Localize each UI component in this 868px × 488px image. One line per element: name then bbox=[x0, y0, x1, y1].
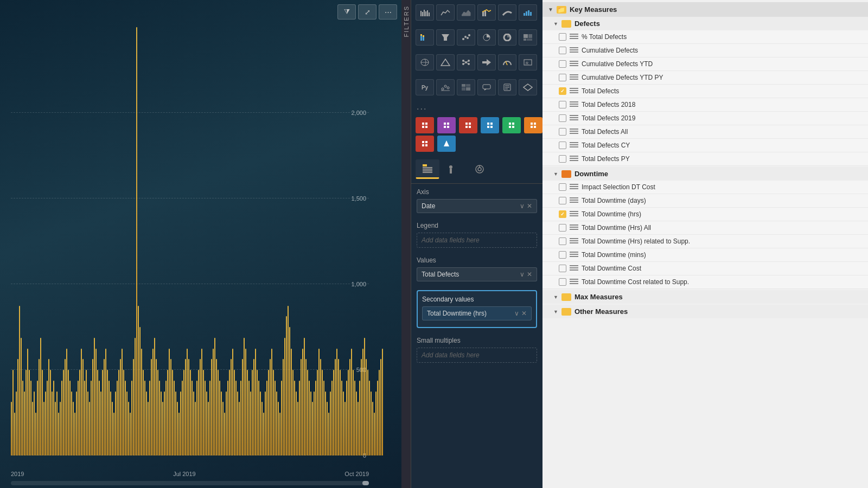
chart-icon-kpi[interactable] bbox=[436, 79, 455, 95]
bar-44 bbox=[82, 359, 84, 455]
max-measures-header[interactable]: ▼ Max Measures bbox=[542, 290, 868, 304]
defects-list-icon-8 bbox=[570, 142, 578, 149]
chart-icon-pie[interactable] bbox=[477, 29, 496, 46]
color-icon-1[interactable] bbox=[416, 117, 434, 133]
axis-close-icon[interactable]: ✕ bbox=[527, 202, 532, 210]
bar-105 bbox=[182, 381, 183, 455]
color-icon-5[interactable] bbox=[502, 117, 521, 133]
bar-0 bbox=[11, 402, 12, 455]
chart-icon-gauge[interactable] bbox=[498, 54, 516, 70]
viz-tab-fields[interactable] bbox=[416, 159, 439, 179]
chart-icon-speech[interactable] bbox=[477, 79, 496, 95]
chart-icon-ribbon[interactable] bbox=[498, 4, 516, 21]
chart-icon-combo[interactable] bbox=[477, 4, 496, 21]
bar-84 bbox=[148, 402, 149, 455]
defects-checkbox-1[interactable] bbox=[559, 47, 566, 54]
downtime-checkbox-4[interactable] bbox=[559, 237, 566, 245]
bar-96 bbox=[167, 370, 168, 455]
filter-button[interactable]: ⧩ bbox=[337, 4, 356, 20]
bar-137 bbox=[234, 370, 235, 455]
chart-icon-funnel[interactable] bbox=[436, 29, 455, 46]
defects-checkbox-9[interactable] bbox=[559, 155, 566, 163]
chart-icon-custom[interactable]: R bbox=[519, 54, 537, 70]
secondary-values-chip[interactable]: Total Downtime (hrs) ∨ ✕ bbox=[422, 306, 532, 320]
downtime-checkbox-0[interactable] bbox=[559, 183, 566, 191]
bar-50 bbox=[92, 359, 93, 455]
defects-checkbox-8[interactable] bbox=[559, 142, 566, 149]
small-multiples-placeholder[interactable]: Add data fields here bbox=[417, 348, 537, 363]
defects-item-name-2: Cumulative Defects YTD bbox=[582, 60, 863, 68]
more-button[interactable]: ⋯ bbox=[379, 4, 397, 20]
defects-item-name-0: % Total Defects bbox=[582, 33, 863, 41]
viz-tab-format[interactable] bbox=[442, 159, 465, 179]
svg-rect-61 bbox=[423, 171, 432, 173]
chart-icon-arrow[interactable] bbox=[477, 54, 496, 70]
chart-icon-waterfall[interactable] bbox=[519, 4, 537, 21]
chart-icon-scatter[interactable] bbox=[457, 29, 475, 46]
defects-checkbox-2[interactable] bbox=[559, 60, 566, 68]
defects-checkbox-3[interactable] bbox=[559, 74, 566, 81]
middle-inner: R Py ... bbox=[411, 0, 542, 367]
chart-icon-bar[interactable] bbox=[416, 4, 434, 21]
bar-176 bbox=[297, 402, 298, 455]
values-field-chip[interactable]: Total Defects ∨ ✕ bbox=[417, 267, 537, 281]
downtime-checkbox-5[interactable] bbox=[559, 251, 566, 259]
color-icon-6[interactable] bbox=[524, 117, 542, 133]
defects-checkbox-7[interactable] bbox=[559, 128, 566, 136]
color-icon-7[interactable] bbox=[416, 136, 434, 152]
bar-202 bbox=[340, 370, 341, 455]
secondary-values-label: Secondary values bbox=[422, 296, 532, 303]
downtime-checkbox-3[interactable] bbox=[559, 224, 566, 232]
chart-icon-map[interactable] bbox=[416, 54, 434, 70]
chart-icon-matrix[interactable] bbox=[457, 79, 475, 95]
downtime-checkbox-6[interactable] bbox=[559, 265, 566, 272]
downtime-header[interactable]: ▼ Downtime bbox=[542, 167, 868, 181]
secondary-chevron-icon[interactable]: ∨ bbox=[514, 310, 519, 317]
chart-icon-paginated[interactable] bbox=[498, 79, 516, 95]
secondary-close-icon[interactable]: ✕ bbox=[521, 310, 527, 317]
bar-171 bbox=[289, 327, 290, 455]
color-icon-3[interactable] bbox=[459, 117, 477, 133]
bar-185 bbox=[312, 402, 313, 455]
color-icon-8[interactable] bbox=[437, 136, 456, 152]
chart-icon-donut[interactable] bbox=[498, 29, 516, 46]
axis-field-chip[interactable]: Date ∨ ✕ bbox=[417, 199, 537, 213]
defects-checkbox-5[interactable] bbox=[559, 101, 566, 108]
svg-rect-47 bbox=[462, 84, 465, 87]
defects-checkbox-0[interactable] bbox=[559, 33, 566, 41]
values-close-icon[interactable]: ✕ bbox=[527, 271, 532, 278]
svg-point-63 bbox=[449, 165, 452, 169]
svg-rect-4 bbox=[427, 10, 428, 16]
chart-icon-line[interactable] bbox=[436, 4, 455, 21]
bar-7 bbox=[22, 381, 23, 455]
other-measures-header[interactable]: ▼ Other Measures bbox=[542, 305, 868, 318]
legend-placeholder[interactable]: Add data fields here bbox=[417, 233, 537, 248]
values-chevron-icon[interactable]: ∨ bbox=[520, 271, 525, 278]
chart-icon-area[interactable] bbox=[457, 4, 475, 21]
chart-icon-diamond[interactable] bbox=[519, 79, 537, 95]
chart-icon-python[interactable]: Py bbox=[416, 79, 434, 95]
chart-icon-treemap[interactable] bbox=[519, 29, 537, 46]
defects-item-5: Total Defects 2018 bbox=[542, 98, 868, 112]
color-icon-2[interactable] bbox=[437, 117, 456, 133]
downtime-checkbox-1[interactable] bbox=[559, 197, 566, 204]
defects-checkbox-6[interactable] bbox=[559, 114, 566, 122]
x-label-jul: Jul 2019 bbox=[173, 471, 196, 477]
scroll-thumb[interactable] bbox=[362, 481, 369, 485]
chart-icon-network[interactable] bbox=[457, 54, 475, 70]
downtime-checkbox-2[interactable] bbox=[559, 210, 566, 218]
defects-title: Defects bbox=[575, 20, 863, 28]
key-measures-header[interactable]: ▼ 📁 Key Measures bbox=[542, 2, 868, 17]
svg-marker-16 bbox=[442, 34, 449, 41]
downtime-checkbox-7[interactable] bbox=[559, 278, 566, 286]
expand-button[interactable]: ⤢ bbox=[358, 4, 376, 20]
defects-header[interactable]: ▼ Defects bbox=[542, 17, 868, 30]
chart-scrollbar[interactable] bbox=[11, 481, 369, 485]
chart-icon-shape[interactable] bbox=[436, 54, 455, 70]
color-icon-4[interactable] bbox=[481, 117, 499, 133]
axis-chevron-icon[interactable]: ∨ bbox=[520, 202, 525, 210]
chart-icon-stacked[interactable] bbox=[416, 29, 434, 46]
defects-checkbox-4[interactable] bbox=[559, 87, 566, 95]
viz-tab-analytics[interactable] bbox=[468, 159, 492, 179]
bar-25 bbox=[52, 391, 53, 456]
